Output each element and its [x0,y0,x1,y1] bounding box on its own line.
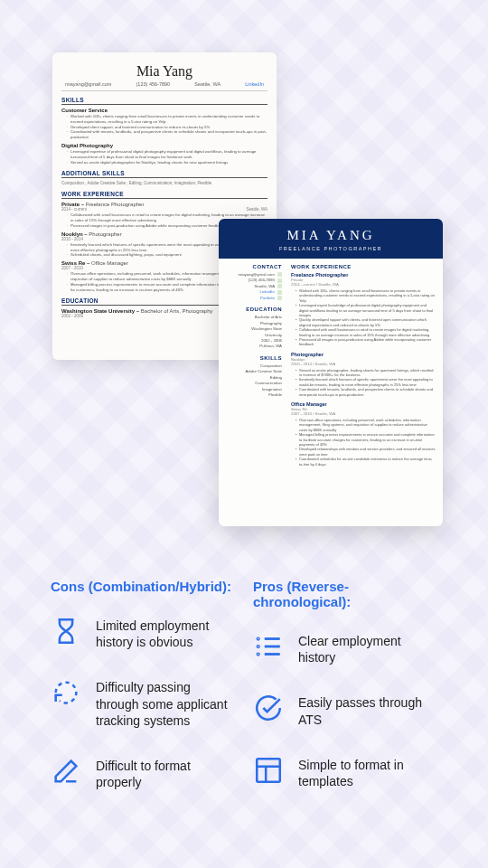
svg-point-3 [258,638,258,639]
resume1-name: Mia Yang [61,63,267,80]
cons-heading: Cons (Combination/Hybrid): [51,579,235,594]
cons-text: Difficult to format properly [96,756,235,790]
list-item: Developed relationships with vendors and… [296,447,436,457]
list-item: Collaborated with small businesses in re… [296,327,436,337]
list-item: Managed billing process improvements to … [296,432,436,447]
svg-point-5 [258,654,258,655]
resume2-linkedin[interactable]: LinkedIn [260,289,275,294]
resume1-location: Seattle, WA [194,81,221,87]
list-item: Iteratively learned which features of sp… [296,377,436,387]
svg-rect-6 [257,759,280,782]
cons-item: Limited employment history is obvious [51,616,235,650]
resume1-cs-heading: Customer Service [61,108,267,113]
pros-column: Pros (Reverse-chronological): Clear empl… [253,579,437,817]
location-icon [277,284,282,288]
list-item: Coordinated with tenants, landlords, and… [296,387,436,397]
link-icon [277,290,282,295]
resume2-edu-h: EDUCATION [224,307,282,312]
resume2-sidebar: CONTACT miayang@gmail.com (123) 456-7890… [219,259,287,472]
comparison-section: Cons (Combination/Hybrid): Limited emplo… [0,579,488,817]
resume1-email: miayang@gmail.com [65,81,111,87]
resume-reverse-chrono: MIA YANG FREELANCE PHOTOGRAPHER CONTACT … [219,219,443,526]
resume1-addl-heading: ADDITIONAL SKILLS [61,170,267,178]
svg-point-4 [258,646,258,646]
list-item: Coordinated schedules for on-site candid… [296,457,436,467]
pros-text: Clear employment history [298,631,437,665]
hourglass-icon [51,616,81,646]
list-item: Coordinated with tenants, landlords, and… [67,129,267,140]
resume2-header: MIA YANG FREELANCE PHOTOGRAPHER [219,219,443,259]
cons-text: Difficulty passing through some applican… [96,677,235,729]
resume1-cs-list: Worked with 100+ clients ranging from sm… [67,114,267,140]
list-item: Oversaw office operations, including per… [296,418,436,432]
list-item: Processed all images in post-production … [296,337,436,347]
list-item: Served as onsite digital photographer fo… [67,160,267,165]
list-item: Served as onsite photographer, leading s… [296,368,436,378]
cons-column: Cons (Combination/Hybrid): Limited emplo… [51,579,235,817]
pros-text: Easily passes through ATS [298,693,437,727]
list-item: Worked with 100+ clients ranging from sm… [296,288,436,303]
cons-item: Difficult to format properly [51,756,235,790]
resume2-skills-h: SKILLS [224,355,282,361]
rotate-icon [51,677,81,708]
edit-icon [51,756,81,787]
email-icon [277,272,282,277]
pros-item: Clear employment history [253,631,437,665]
pros-heading: Pros (Reverse-chronological): [253,579,437,609]
resume1-dp-heading: Digital Photography [61,143,267,148]
cons-item: Difficulty passing through some applican… [51,677,235,729]
resume1-we-heading: WORK EXPERIENCE [61,191,267,199]
link-icon [277,296,282,300]
resume1-phone: (123) 456-7890 [136,81,171,87]
list-icon [253,631,284,662]
resume2-we-h: WORK EXPERIENCE [291,264,436,269]
pros-text: Simple to format in templates [298,755,437,789]
list-item: Leveraged expert knowledge of profession… [296,303,436,317]
pros-item: Easily passes through ATS [253,693,437,727]
resume1-linkedin[interactable]: LinkedIn [245,81,264,87]
resume1-contact: miayang@gmail.com (123) 456-7890 Seattle… [61,80,267,91]
resume2-portfolio[interactable]: Portfolio [260,296,275,300]
resume1-dp-list: Leveraged expertise of professional digi… [67,149,267,165]
layout-icon [253,755,284,786]
check-circle-icon [253,693,284,723]
phone-icon [277,278,282,283]
list-item: Leveraged expertise of professional digi… [67,149,267,160]
resume1-addl-text: Composition ; Adobe Creative Suite ; Edi… [61,181,267,185]
resume1-skills-heading: SKILLS [61,97,267,105]
cons-text: Limited employment history is obvious [96,616,235,650]
resume2-name: MIA YANG [219,228,443,243]
list-item: Worked with 100+ clients ranging from sm… [67,114,267,125]
pros-item: Simple to format in templates [253,755,437,789]
list-item: Quickly developed rapport with clients, … [296,317,436,327]
resume2-title: FREELANCE PHOTOGRAPHER [219,246,443,251]
resume2-contact-h: CONTACT [224,264,282,269]
resume2-main: WORK EXPERIENCE Freelance Photographer P… [287,259,443,472]
